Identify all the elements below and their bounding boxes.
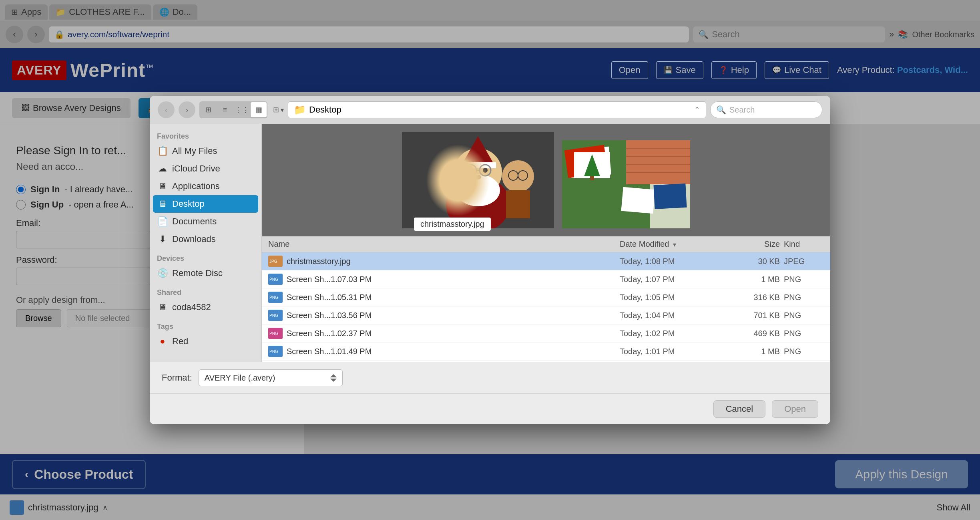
dialog-content: A Christmas Story AVERY [262,124,830,362]
file-thumbnail: PNG [268,328,283,339]
desktop-icon: 🖥 [157,199,168,209]
view-options-button[interactable]: ⊞ ▾ [273,105,284,114]
svg-text:PNG: PNG [269,277,278,282]
dialog-forward-button[interactable]: › [179,101,195,118]
svg-rect-33 [653,183,687,209]
location-text: Desktop [309,105,341,115]
column-kind: Kind [784,240,824,249]
file-thumbnail: PNG [268,310,283,321]
spinner-down [330,379,337,382]
shared-label: Shared [150,285,261,298]
search-icon: 🔍 [716,105,726,115]
file-thumbnail: PNG [268,292,283,303]
svg-text:PNG: PNG [269,295,278,300]
sidebar-item-applications[interactable]: 🖥 Applications [150,177,261,195]
svg-rect-14 [506,190,530,218]
svg-point-12 [475,175,481,179]
file-row[interactable]: PNG Screen Sh...1.01.49 PM Today, 1:01 P… [262,343,830,361]
favorites-label: Favorites [150,129,261,142]
file-name: Screen Sh...1.05.31 PM [287,293,620,302]
all-files-icon: 📋 [157,146,168,156]
file-row[interactable]: PNG Screen Sh...1.03.56 PM Today, 1:04 P… [262,306,830,324]
file-name: Screen Sh...1.02.37 PM [287,329,620,338]
svg-rect-32 [621,187,655,214]
file-row[interactable]: PNG Screen Sh...1.05.31 PM Today, 1:05 P… [262,288,830,306]
file-kind: PNG [784,311,824,320]
file-kind: PNG [784,347,824,356]
sidebar-item-downloads[interactable]: ⬇ Downloads [150,230,261,248]
dialog-toolbar: ‹ › ⊞ ≡ ⋮⋮ ▦ ⊞ ▾ 📁 Desktop ⌃ 🔍 Search [150,96,830,124]
sidebar-item-all-my-files[interactable]: 📋 All My Files [150,142,261,160]
svg-text:PNG: PNG [269,313,278,318]
format-label: Format: [162,373,192,383]
svg-point-6 [456,174,500,206]
column-date: Date Modified ▾ [620,240,732,249]
file-kind: PNG [784,275,824,284]
file-name: Screen Sh...1.01.49 PM [287,347,620,356]
svg-text:PNG: PNG [269,331,278,336]
file-row[interactable]: JPG christmasstory.jpg Today, 1:08 PM 30… [262,252,830,270]
location-chevron-icon: ⌃ [694,105,700,114]
filelist-header: Name Date Modified ▾ Size Kind [262,236,830,252]
dialog-search[interactable]: 🔍 Search [710,101,822,118]
file-thumbnail: JPG [268,256,283,267]
view-detail-button[interactable]: ▦ [251,102,267,117]
file-row[interactable]: PNG Screen Sh...1.07.03 PM Today, 1:07 P… [262,270,830,288]
svg-text:PNG: PNG [269,349,278,354]
dialog-sidebar: Favorites 📋 All My Files ☁ iCloud Drive … [150,124,262,362]
file-date: Today, 1:04 PM [620,311,732,320]
file-date: Today, 1:02 PM [620,329,732,338]
svg-point-9 [465,165,476,176]
preview-filename-badge: christmasstory.jpg [414,218,491,231]
icloud-icon: ☁ [157,163,168,174]
svg-point-8 [483,168,488,173]
svg-point-7 [468,168,473,173]
tags-label: Tags [150,319,261,333]
cancel-button[interactable]: Cancel [713,400,765,418]
file-name: Screen Sh...1.07.03 PM [287,275,620,284]
view-list-button[interactable]: ≡ [217,102,233,117]
file-size: 701 KB [732,311,780,320]
file-row[interactable]: PNG Screen Sh...1.02.37 PM Today, 1:02 P… [262,324,830,343]
view-mode-buttons: ⊞ ≡ ⋮⋮ ▦ [199,101,267,118]
svg-rect-35 [590,176,594,180]
view-icon-button[interactable]: ⊞ [200,102,216,117]
dialog-back-button[interactable]: ‹ [158,101,175,118]
file-kind: JPEG [784,257,824,266]
sidebar-item-documents[interactable]: 📄 Documents [150,213,261,230]
downloads-icon: ⬇ [157,234,168,244]
svg-text:JPG: JPG [269,259,277,264]
sidebar-item-desktop[interactable]: 🖥 Desktop [153,195,258,213]
folder-icon: 📁 [294,104,306,115]
file-name: Screen Sh...1.03.56 PM [287,311,620,320]
view-columns-button[interactable]: ⋮⋮ [234,102,250,117]
dialog-footer: Cancel Open [150,393,830,424]
preview-main-image: A Christmas Story [402,132,554,228]
file-size: 316 KB [732,293,780,302]
file-date: Today, 1:01 PM [620,347,732,356]
file-size: 469 KB [732,329,780,338]
sidebar-item-remote-disc[interactable]: 💿 Remote Disc [150,264,261,282]
column-size: Size [732,240,780,249]
dialog-body: Favorites 📋 All My Files ☁ iCloud Drive … [150,124,830,362]
sidebar-item-icloud[interactable]: ☁ iCloud Drive [150,160,261,177]
format-spinner [330,374,337,382]
location-bar[interactable]: 📁 Desktop ⌃ [288,101,706,118]
file-name: christmasstory.jpg [287,257,620,266]
remote-disc-icon: 💿 [157,268,168,278]
file-kind: PNG [784,293,824,302]
coda-icon: 🖥 [157,302,168,312]
sidebar-item-red-tag[interactable]: ● Red [150,333,261,350]
file-list: Name Date Modified ▾ Size Kind JPG [262,236,830,362]
column-name: Name [268,240,620,249]
red-tag-icon: ● [157,336,168,347]
file-dialog: ‹ › ⊞ ≡ ⋮⋮ ▦ ⊞ ▾ 📁 Desktop ⌃ 🔍 Search [150,96,830,424]
documents-icon: 📄 [157,216,168,227]
open-button[interactable]: Open [772,400,818,418]
file-dialog-overlay: ‹ › ⊞ ≡ ⋮⋮ ▦ ⊞ ▾ 📁 Desktop ⌃ 🔍 Search [0,0,980,520]
sort-icon[interactable]: ▾ [673,241,676,248]
format-row: Format: AVERY File (.avery) [150,362,830,393]
sidebar-item-coda4582[interactable]: 🖥 coda4582 [150,298,261,316]
format-select[interactable]: AVERY File (.avery) [199,369,343,386]
file-date: Today, 1:07 PM [620,275,732,284]
